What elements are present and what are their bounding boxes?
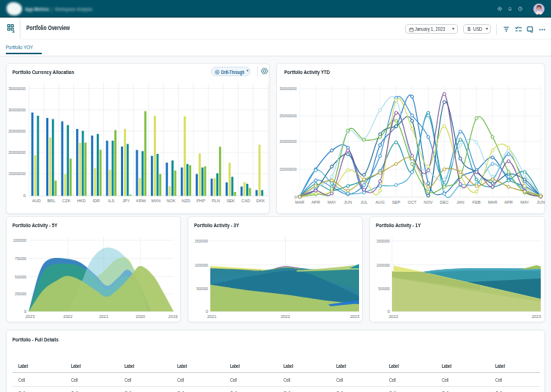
svg-text:0: 0 — [206, 309, 209, 314]
svg-text:500000: 500000 — [196, 286, 208, 291]
svg-text:2022: 2022 — [389, 314, 399, 319]
svg-text:NOK: NOK — [166, 199, 176, 203]
svg-text:PHP: PHP — [196, 199, 205, 203]
svg-text:MAR: MAR — [488, 200, 498, 204]
svg-text:150000000: 150000000 — [8, 171, 26, 176]
svg-text:2023: 2023 — [350, 314, 360, 319]
svg-text:200000000: 200000000 — [8, 150, 26, 155]
svg-text:IDR: IDR — [92, 199, 100, 203]
svg-text:2022: 2022 — [63, 314, 73, 319]
svg-text:APR: APR — [504, 200, 513, 204]
svg-text:JUN: JUN — [536, 200, 544, 204]
svg-text:ILS: ILS — [108, 199, 114, 203]
svg-text:0: 0 — [24, 309, 27, 314]
svg-text:500000: 500000 — [15, 275, 26, 279]
svg-text:NOV: NOV — [424, 200, 433, 204]
svg-text:250000000: 250000000 — [279, 114, 297, 118]
svg-text:2020: 2020 — [136, 314, 145, 319]
svg-text:BRL: BRL — [48, 199, 56, 203]
svg-text:150000000: 150000000 — [279, 167, 297, 171]
svg-text:750000: 750000 — [15, 256, 26, 261]
svg-text:300000000: 300000000 — [8, 108, 26, 112]
svg-text:KRW: KRW — [136, 199, 147, 203]
svg-text:2022: 2022 — [281, 314, 290, 319]
svg-text:MAR: MAR — [295, 200, 305, 204]
svg-text:JUL: JUL — [360, 200, 368, 204]
svg-text:APR: APR — [311, 200, 320, 204]
svg-text:1000000: 1000000 — [377, 263, 391, 267]
svg-text:200000000: 200000000 — [279, 139, 297, 144]
svg-text:CAD: CAD — [241, 199, 250, 203]
svg-text:2023: 2023 — [532, 314, 541, 319]
svg-text:1500000: 1500000 — [377, 239, 391, 243]
svg-text:500000: 500000 — [378, 286, 390, 291]
svg-text:250000: 250000 — [15, 292, 26, 296]
svg-text:JPY: JPY — [122, 199, 130, 203]
svg-text:DEC: DEC — [440, 200, 448, 204]
svg-text:NZD: NZD — [182, 199, 191, 203]
svg-text:2019: 2019 — [169, 314, 178, 319]
svg-text:FEB: FEB — [473, 200, 481, 204]
svg-text:1000000: 1000000 — [13, 238, 27, 243]
svg-text:350000000: 350000000 — [8, 86, 26, 91]
svg-text:0: 0 — [23, 193, 26, 198]
svg-text:0: 0 — [388, 309, 391, 314]
svg-text:JAN: JAN — [456, 200, 465, 204]
svg-text:250000000: 250000000 — [8, 129, 26, 133]
svg-text:2023: 2023 — [26, 314, 35, 319]
svg-text:2021: 2021 — [99, 314, 108, 319]
svg-text:1000000: 1000000 — [195, 263, 209, 267]
svg-text:SEP: SEP — [392, 200, 401, 204]
svg-text:MXN: MXN — [152, 199, 161, 203]
svg-text:HKD: HKD — [77, 199, 86, 203]
svg-text:DKK: DKK — [256, 199, 265, 203]
svg-text:PLN: PLN — [212, 199, 220, 203]
svg-text:AUD: AUD — [32, 199, 41, 203]
svg-text:MAY: MAY — [328, 200, 336, 204]
svg-text:MAY: MAY — [520, 200, 529, 204]
svg-text:SEK: SEK — [226, 199, 235, 203]
svg-text:0: 0 — [295, 195, 297, 199]
svg-text:JUN: JUN — [344, 200, 352, 204]
svg-text:300000000: 300000000 — [279, 86, 297, 91]
svg-text:CZK: CZK — [62, 199, 71, 203]
svg-text:1500000: 1500000 — [195, 239, 209, 243]
svg-text:OCT: OCT — [407, 200, 417, 204]
svg-text:2021: 2021 — [207, 314, 217, 319]
svg-text:AUG: AUG — [376, 200, 385, 204]
